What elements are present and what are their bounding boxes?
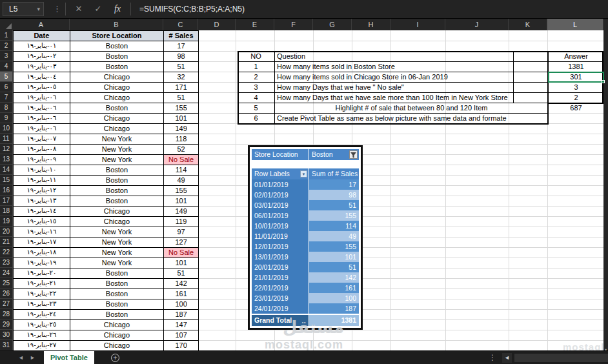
- column-header-I[interactable]: I: [390, 19, 445, 30]
- row-header-19[interactable]: 19: [0, 216, 13, 227]
- column-header-D[interactable]: D: [198, 19, 236, 30]
- row-header-2[interactable]: 2: [0, 41, 13, 51]
- date-cell[interactable]: ٢٧-يناير-١٩: [14, 341, 70, 351]
- store-cell[interactable]: Chicago: [70, 93, 164, 103]
- sheet-nav-left-icon[interactable]: ◄: [18, 351, 24, 364]
- sales-cell[interactable]: 147: [164, 320, 199, 330]
- date-cell[interactable]: ٢٣-يناير-١٩: [14, 299, 70, 310]
- date-cell[interactable]: ١٧-يناير-١٩: [14, 238, 70, 248]
- row-header-26[interactable]: 26: [0, 288, 13, 299]
- sheet-tab-pivot-table[interactable]: Pivot Table: [44, 351, 94, 364]
- cancel-icon[interactable]: ✕: [71, 3, 86, 15]
- sheet-nav-right-icon[interactable]: ►: [30, 351, 35, 364]
- row-header-6[interactable]: 6: [0, 82, 13, 92]
- row-header-27[interactable]: 27: [0, 299, 13, 309]
- store-cell[interactable]: New York: [70, 258, 164, 268]
- store-cell[interactable]: Boston: [70, 299, 164, 310]
- date-cell[interactable]: ٠٦-يناير-١٩: [14, 93, 70, 103]
- date-cell[interactable]: ١٣-يناير-١٩: [14, 196, 70, 207]
- date-cell[interactable]: ٠١-يناير-١٩: [14, 41, 70, 52]
- hscroll-left-icon[interactable]: ◄: [502, 353, 512, 363]
- store-cell[interactable]: Boston: [70, 52, 164, 62]
- sales-cell[interactable]: 32: [164, 72, 199, 83]
- column-header-C[interactable]: C: [163, 19, 198, 30]
- date-cell[interactable]: ٠٥-يناير-١٩: [14, 83, 70, 93]
- store-cell[interactable]: Boston: [70, 196, 164, 207]
- row-header-24[interactable]: 24: [0, 268, 13, 278]
- row-header-22[interactable]: 22: [0, 247, 13, 258]
- date-cell[interactable]: ٢٠-يناير-١٩: [14, 268, 70, 279]
- column-header-G[interactable]: G: [313, 19, 352, 30]
- store-cell[interactable]: Boston: [70, 62, 164, 72]
- sales-cell[interactable]: 149: [164, 207, 199, 217]
- store-cell[interactable]: Chicago: [70, 341, 164, 351]
- store-cell[interactable]: Chicago: [70, 330, 164, 341]
- sales-cell[interactable]: 155: [164, 103, 199, 114]
- row-header-25[interactable]: 25: [0, 278, 13, 288]
- row-header-1[interactable]: 1: [0, 30, 13, 41]
- selected-cell-outline[interactable]: [548, 72, 604, 83]
- row-header-3[interactable]: 3: [0, 51, 13, 61]
- sales-cell[interactable]: No Sale: [164, 248, 199, 258]
- sales-cell[interactable]: 17: [164, 41, 199, 52]
- sales-cell[interactable]: 155: [164, 186, 199, 196]
- store-cell[interactable]: New York: [70, 248, 164, 258]
- store-cell[interactable]: Boston: [70, 279, 164, 289]
- row-header-16[interactable]: 16: [0, 185, 13, 196]
- row-header-13[interactable]: 13: [0, 154, 13, 165]
- column-header-B[interactable]: B: [70, 19, 163, 30]
- store-cell[interactable]: Boston: [70, 165, 164, 176]
- hscroll-thumb[interactable]: [514, 354, 608, 362]
- sales-cell[interactable]: 114: [164, 165, 199, 176]
- date-cell[interactable]: ٠٤-يناير-١٩: [14, 72, 70, 83]
- store-cell[interactable]: Boston: [70, 103, 164, 114]
- sales-cell[interactable]: 49: [164, 176, 199, 186]
- store-cell[interactable]: Boston: [70, 176, 164, 186]
- column-header-L[interactable]: L: [547, 19, 603, 30]
- sales-cell[interactable]: 171: [164, 83, 199, 93]
- sales-data-table[interactable]: DateStore Location# Sales٠١-يناير-١٩Bost…: [13, 30, 199, 351]
- date-cell[interactable]: ١٥-يناير-١٩: [14, 217, 70, 227]
- date-cell[interactable]: ١٤-يناير-١٩: [14, 207, 70, 217]
- sales-cell[interactable]: 101: [164, 114, 199, 124]
- date-cell[interactable]: ٠٩-يناير-١٩: [14, 155, 70, 165]
- date-cell[interactable]: ١٢-يناير-١٩: [14, 186, 70, 196]
- answer-value[interactable]: 687: [549, 103, 603, 113]
- sales-cell[interactable]: 149: [164, 124, 199, 134]
- store-cell[interactable]: Chicago: [70, 72, 164, 83]
- row-header-21[interactable]: 21: [0, 237, 13, 247]
- row-header-31[interactable]: 31: [0, 340, 13, 350]
- date-cell[interactable]: ٠٣-يناير-١٩: [14, 62, 70, 72]
- column-header-E[interactable]: E: [236, 19, 274, 30]
- row-header-8[interactable]: 8: [0, 103, 13, 113]
- sales-cell[interactable]: 51: [164, 268, 199, 279]
- sales-cell[interactable]: 51: [164, 93, 199, 103]
- date-cell[interactable]: ٠٧-يناير-١٩: [14, 134, 70, 145]
- date-cell[interactable]: ٠٦-يناير-١٩: [14, 124, 70, 134]
- store-cell[interactable]: Chicago: [70, 114, 164, 124]
- store-cell[interactable]: New York: [70, 134, 164, 145]
- kebab-icon[interactable]: ⋮: [53, 3, 61, 15]
- date-cell[interactable]: ٢١-يناير-١٩: [14, 279, 70, 289]
- row-header-17[interactable]: 17: [0, 196, 13, 206]
- date-cell[interactable]: ١٦-يناير-١٩: [14, 227, 70, 238]
- row-header-10[interactable]: 10: [0, 123, 13, 134]
- date-cell[interactable]: ١١-يناير-١٩: [14, 176, 70, 186]
- date-cell[interactable]: ٠٦-يناير-١٩: [14, 103, 70, 114]
- sales-cell[interactable]: 51: [164, 62, 199, 72]
- column-header-A[interactable]: A: [13, 19, 70, 30]
- store-cell[interactable]: Chicago: [70, 217, 164, 227]
- sales-cell[interactable]: 100: [164, 299, 199, 310]
- date-cell[interactable]: ٠٦-يناير-١٩: [14, 114, 70, 124]
- store-cell[interactable]: Boston: [70, 268, 164, 279]
- date-cell[interactable]: ١٩-يناير-١٩: [14, 258, 70, 268]
- sales-cell[interactable]: 170: [164, 341, 199, 351]
- row-header-4[interactable]: 4: [0, 61, 13, 72]
- insert-function-icon[interactable]: fx: [110, 3, 125, 15]
- store-cell[interactable]: Chicago: [70, 83, 164, 93]
- store-cell[interactable]: Boston: [70, 310, 164, 320]
- sales-cell[interactable]: 101: [164, 196, 199, 207]
- store-cell[interactable]: Chicago: [70, 124, 164, 134]
- row-headers[interactable]: 1234567891011121314151617181920212223242…: [0, 30, 13, 350]
- row-header-20[interactable]: 20: [0, 227, 13, 237]
